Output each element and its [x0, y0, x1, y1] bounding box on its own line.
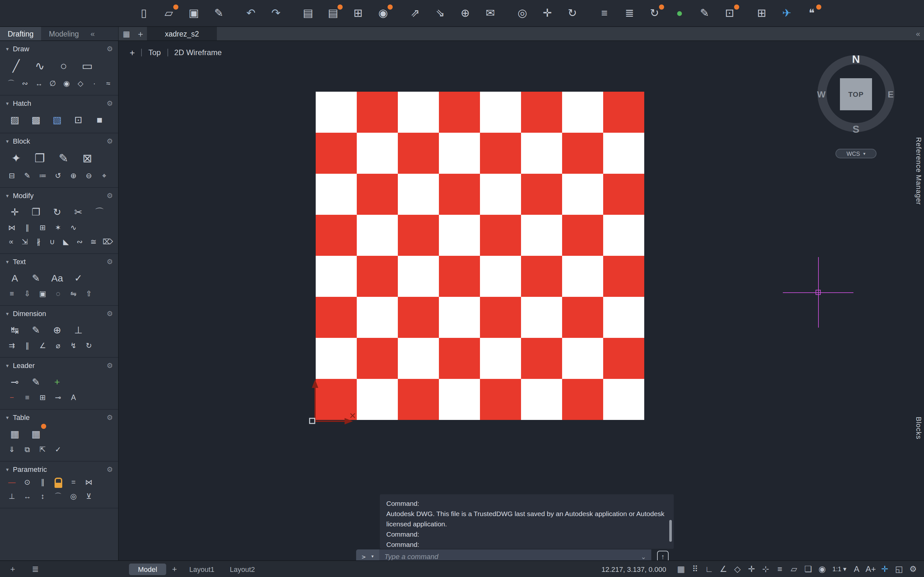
polar-tracking-icon[interactable]: ∠: [718, 563, 729, 575]
section-settings-gear-icon[interactable]: ⚙: [107, 45, 113, 53]
save-icon[interactable]: ▣: [186, 5, 202, 21]
section-settings-gear-icon[interactable]: ⚙: [107, 413, 113, 422]
text-align-icon[interactable]: ≡: [6, 288, 17, 300]
command-input[interactable]: [384, 553, 641, 560]
vertical-constraint-icon[interactable]: ↕: [37, 491, 48, 503]
collect-leaders-icon[interactable]: ⊞: [37, 392, 48, 404]
collapse-triangle-icon[interactable]: ▼: [5, 259, 10, 264]
wcs-dropdown[interactable]: WCS ▾: [835, 149, 877, 158]
jogged-dimension-icon[interactable]: ↯: [68, 340, 79, 352]
file-tab-xadrez[interactable]: xadrez_s2: [147, 27, 217, 40]
diameter-dimension-icon[interactable]: ⌀: [53, 340, 63, 352]
define-attribute-icon[interactable]: ⊟: [6, 171, 17, 182]
section-settings-gear-icon[interactable]: ⚙: [107, 258, 113, 266]
justify-icon[interactable]: ⇋: [68, 288, 79, 300]
grid-icon[interactable]: ▦: [675, 563, 687, 575]
zoom-icon[interactable]: ◎: [515, 5, 530, 21]
viewcube-east[interactable]: E: [888, 89, 894, 99]
layers-icon[interactable]: ≣: [622, 5, 637, 21]
multileader-icon[interactable]: ⊸: [6, 373, 23, 390]
tab-modeling[interactable]: Modeling: [41, 27, 87, 40]
solid-fill-icon[interactable]: ■: [91, 111, 108, 127]
viewport-style-label[interactable]: 2D Wireframe: [174, 48, 222, 57]
section-settings-gear-icon[interactable]: ⚙: [107, 465, 113, 474]
command-share-button[interactable]: ↑: [657, 551, 669, 560]
viewcube-south[interactable]: S: [853, 124, 859, 135]
section-settings-gear-icon[interactable]: ⚙: [107, 309, 113, 318]
trim-icon[interactable]: ✂: [70, 203, 87, 220]
share-icon[interactable]: ✈: [779, 5, 795, 21]
remove-leader-icon[interactable]: −: [6, 392, 17, 404]
tangent-constraint-icon[interactable]: ⌒: [53, 491, 63, 503]
export-table-icon[interactable]: ⇱: [37, 444, 48, 456]
edit-polyline-icon[interactable]: ∿: [68, 222, 79, 234]
multileader-edit-icon[interactable]: ✎: [27, 373, 44, 390]
text-frame-icon[interactable]: ▣: [37, 288, 48, 300]
transparency-icon[interactable]: ▱: [788, 563, 800, 575]
collapse-triangle-icon[interactable]: ▼: [5, 467, 10, 472]
viewcube-west[interactable]: W: [817, 89, 825, 99]
circle-icon[interactable]: ○: [54, 56, 73, 76]
move-icon[interactable]: ✛: [6, 203, 23, 220]
update-dimension-icon[interactable]: ↻: [83, 340, 94, 352]
horizontal-constraint-icon[interactable]: ↔: [22, 491, 33, 503]
blocks-palette-icon[interactable]: ⊞: [754, 5, 769, 21]
etransmit-icon[interactable]: ✉: [483, 5, 498, 21]
revision-cloud-icon[interactable]: ≈: [103, 78, 113, 90]
page-setup-icon[interactable]: ⊞: [351, 5, 366, 21]
dimension-edit-icon[interactable]: ✎: [27, 321, 44, 338]
palette-section-header[interactable]: ▼Table⚙: [5, 412, 113, 423]
data-link-icon[interactable]: ⧉: [22, 444, 33, 456]
insert-block-icon[interactable]: ✦: [6, 149, 26, 168]
blocks-tab[interactable]: Blocks: [915, 417, 923, 440]
array-icon[interactable]: ⊞: [37, 222, 48, 234]
align-icon[interactable]: ≅: [89, 237, 98, 248]
command-chevron-icon[interactable]: ⌄: [641, 553, 646, 560]
collapse-triangle-icon[interactable]: ▼: [5, 101, 10, 105]
annotation-visibility-icon[interactable]: A: [851, 563, 863, 575]
ordinate-dimension-icon[interactable]: ⊥: [70, 321, 87, 338]
presentation-icon[interactable]: ⊡: [722, 5, 737, 21]
viewcube[interactable]: N W E S TOP: [816, 54, 896, 133]
plot-icon[interactable]: ▤: [300, 5, 316, 21]
undo-icon[interactable]: ↶: [243, 5, 258, 21]
xref-update-icon[interactable]: ↻: [647, 5, 662, 21]
offset-icon[interactable]: ∥: [22, 222, 33, 234]
snap-tracking-icon[interactable]: ✛: [746, 563, 758, 575]
tab-overview-icon[interactable]: ▦: [119, 29, 134, 38]
collapse-panels-icon[interactable]: «: [912, 29, 924, 38]
annotation-scale[interactable]: 1:1 ▾: [830, 566, 848, 572]
manage-attributes-icon[interactable]: ≔: [37, 171, 48, 182]
chamfer-icon[interactable]: ◣: [61, 237, 71, 248]
break-icon[interactable]: ∦: [34, 237, 43, 248]
palette-section-header[interactable]: ▼Dimension⚙: [5, 308, 113, 319]
new-layout-button[interactable]: +: [169, 564, 180, 574]
reference-manager-tab[interactable]: Reference Manager: [915, 137, 923, 205]
arc-icon[interactable]: ⌒: [6, 78, 16, 90]
line-icon[interactable]: ╱: [6, 56, 26, 76]
add-tool-set-button[interactable]: +: [10, 565, 15, 573]
gradient-icon[interactable]: ▧: [49, 111, 65, 127]
insert-table-icon[interactable]: ▦: [6, 425, 23, 442]
collapse-triangle-icon[interactable]: ▼: [5, 415, 10, 420]
attach-reference-icon[interactable]: ⊕: [457, 5, 473, 21]
crosshair-color-icon[interactable]: ✛: [879, 563, 891, 575]
edit-text-icon[interactable]: ✎: [27, 269, 44, 286]
align-leaders-icon[interactable]: ≡: [22, 392, 33, 404]
new-drawing-tab-button[interactable]: +: [134, 29, 147, 39]
write-block-icon[interactable]: ⊠: [78, 149, 97, 168]
palette-section-header[interactable]: ▼Block⚙: [5, 135, 113, 147]
parallel-constraint-icon[interactable]: ∥: [37, 477, 48, 488]
markup-icon[interactable]: ✎: [697, 5, 712, 21]
tab-layout2[interactable]: Layout2: [223, 563, 261, 575]
continue-dimension-icon[interactable]: ⇉: [6, 340, 17, 352]
ortho-icon[interactable]: ∟: [704, 563, 715, 575]
data-extraction-icon[interactable]: ⇓: [6, 444, 17, 456]
fix-constraint-icon[interactable]: ⊻: [83, 491, 94, 503]
donut-icon[interactable]: ◉: [62, 78, 71, 90]
text-style-icon[interactable]: Aa: [49, 269, 65, 286]
table-style-icon[interactable]: ✓: [53, 444, 63, 456]
collapse-triangle-icon[interactable]: ▼: [5, 193, 10, 198]
explode-icon[interactable]: ✶: [53, 222, 63, 234]
tool-set-list-icon[interactable]: ≣: [32, 565, 39, 573]
